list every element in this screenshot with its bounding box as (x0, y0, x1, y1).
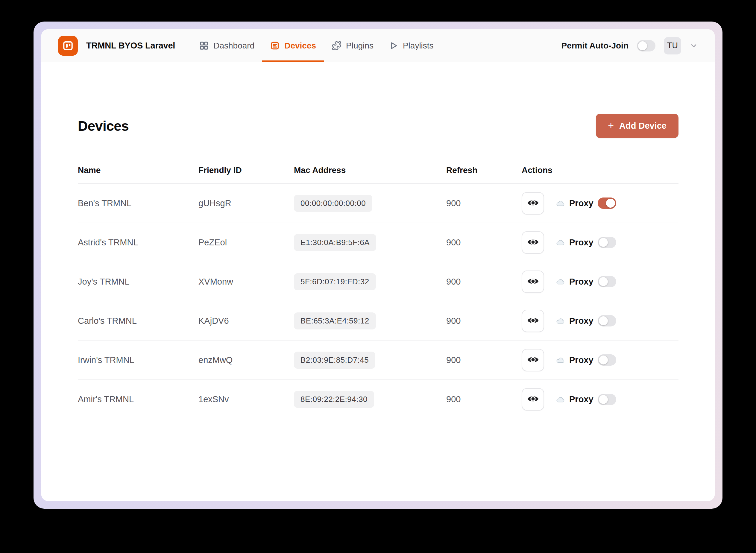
permit-auto-join-label: Permit Auto-Join (561, 41, 628, 51)
proxy-toggle[interactable] (598, 237, 616, 248)
plus-icon: + (608, 120, 614, 131)
eye-icon (527, 196, 539, 210)
column-header-mac-address: Mac Address (294, 165, 446, 175)
permit-auto-join-toggle[interactable] (637, 40, 656, 52)
proxy-label: Proxy (569, 355, 594, 365)
column-header-refresh: Refresh (446, 165, 522, 175)
app-title: TRMNL BYOS Laravel (86, 41, 175, 51)
mac-address-chip: 8E:09:22:2E:94:30 (294, 391, 374, 408)
toggle-knob (599, 238, 608, 247)
eye-icon (527, 393, 539, 406)
nav-item-devices[interactable]: Devices (262, 29, 324, 62)
proxy-label: Proxy (569, 316, 594, 326)
nav-label: Plugins (346, 41, 374, 51)
table-header-row: Name Friendly ID Mac Address Refresh Act… (78, 165, 678, 184)
device-friendly-id: enzMwQ (199, 355, 294, 365)
toggle-knob (638, 41, 647, 50)
device-actions: Proxy (522, 349, 678, 371)
proxy-toggle[interactable] (598, 354, 616, 366)
proxy-control: Proxy (555, 198, 616, 209)
cloud-icon (555, 396, 565, 403)
device-name: Joy's TRMNL (78, 277, 199, 287)
device-refresh: 900 (446, 316, 522, 326)
mac-address-chip: 5F:6D:07:19:FD:32 (294, 273, 376, 290)
view-device-button[interactable] (522, 270, 544, 293)
device-refresh: 900 (446, 355, 522, 365)
play-icon (389, 41, 398, 50)
proxy-toggle[interactable] (598, 276, 616, 287)
cloud-icon (555, 239, 565, 246)
topbar-right: Permit Auto-Join TU (561, 29, 698, 62)
device-name: Irwin's TRMNL (78, 355, 199, 365)
device-actions: Proxy (522, 270, 678, 293)
device-mac-cell: 5F:6D:07:19:FD:32 (294, 273, 446, 290)
device-rows: Ben's TRMNL gUHsgR 00:00:00:00:00:00 900 (78, 184, 678, 419)
column-header-friendly-id: Friendly ID (199, 165, 294, 175)
main-content: Devices + Add Device Name Friendly ID Ma… (41, 62, 715, 501)
eye-icon (527, 236, 539, 249)
column-header-actions: Actions (522, 165, 678, 175)
device-name: Amir's TRMNL (78, 394, 199, 404)
proxy-control: Proxy (555, 394, 616, 405)
mac-address-chip: 00:00:00:00:00:00 (294, 195, 372, 212)
proxy-control: Proxy (555, 354, 616, 366)
mac-address-chip: BE:65:3A:E4:59:12 (294, 312, 376, 329)
app-window: TRMNL BYOS Laravel Dashboard (41, 29, 715, 501)
chevron-down-icon[interactable] (690, 42, 698, 50)
view-device-button[interactable] (522, 388, 544, 410)
proxy-label: Proxy (569, 277, 594, 287)
device-name: Ben's TRMNL (78, 199, 199, 208)
device-actions: Proxy (522, 310, 678, 332)
page-header: Devices + Add Device (78, 114, 678, 138)
proxy-control: Proxy (555, 237, 616, 248)
device-name: Astrid's TRMNL (78, 238, 199, 247)
nav-label: Dashboard (213, 41, 254, 51)
device-friendly-id: gUHsgR (199, 199, 294, 208)
cloud-icon (555, 278, 565, 285)
view-device-button[interactable] (522, 231, 544, 254)
table-row: Carlo's TRMNL KAjDV6 BE:65:3A:E4:59:12 9… (78, 301, 678, 340)
eye-icon (527, 275, 539, 289)
device-mac-cell: 00:00:00:00:00:00 (294, 195, 446, 212)
nav-label: Playlists (403, 41, 434, 51)
toggle-knob (606, 199, 615, 208)
cloud-icon (555, 200, 565, 207)
mac-address-chip: B2:03:9E:85:D7:45 (294, 351, 375, 369)
view-device-button[interactable] (522, 310, 544, 332)
eye-icon (527, 353, 539, 367)
table-row: Ben's TRMNL gUHsgR 00:00:00:00:00:00 900 (78, 184, 678, 223)
device-actions: Proxy (522, 231, 678, 254)
window-frame: TRMNL BYOS Laravel Dashboard (33, 21, 723, 509)
device-mac-cell: E1:30:0A:B9:5F:6A (294, 234, 446, 251)
proxy-control: Proxy (555, 315, 616, 326)
nav-item-dashboard[interactable]: Dashboard (191, 29, 262, 62)
brand: TRMNL BYOS Laravel (58, 29, 175, 62)
trmnl-logo-icon (58, 36, 78, 56)
nav-item-playlists[interactable]: Playlists (381, 29, 442, 62)
nav-item-plugins[interactable]: Plugins (324, 29, 381, 62)
device-refresh: 900 (446, 199, 522, 208)
view-device-button[interactable] (522, 349, 544, 371)
proxy-label: Proxy (569, 394, 594, 404)
add-device-button[interactable]: + Add Device (596, 114, 678, 138)
puzzle-icon (331, 41, 342, 51)
device-actions: Proxy (522, 388, 678, 410)
proxy-toggle[interactable] (598, 198, 616, 209)
toggle-knob (599, 277, 608, 286)
device-mac-cell: BE:65:3A:E4:59:12 (294, 312, 446, 329)
proxy-toggle[interactable] (598, 394, 616, 405)
add-device-label: Add Device (619, 121, 667, 131)
device-name: Carlo's TRMNL (78, 316, 199, 326)
view-device-button[interactable] (522, 192, 544, 215)
device-list-icon (270, 41, 280, 51)
device-friendly-id: XVMonw (199, 277, 294, 287)
cloud-icon (555, 357, 565, 364)
top-navigation-bar: TRMNL BYOS Laravel Dashboard (41, 29, 715, 62)
table-row: Astrid's TRMNL PeZEol E1:30:0A:B9:5F:6A … (78, 223, 678, 262)
user-avatar[interactable]: TU (664, 37, 681, 55)
device-mac-cell: B2:03:9E:85:D7:45 (294, 351, 446, 369)
proxy-toggle[interactable] (598, 315, 616, 326)
table-row: Irwin's TRMNL enzMwQ B2:03:9E:85:D7:45 9… (78, 340, 678, 380)
main-nav: Dashboard Devices (191, 29, 441, 62)
proxy-label: Proxy (569, 199, 594, 208)
